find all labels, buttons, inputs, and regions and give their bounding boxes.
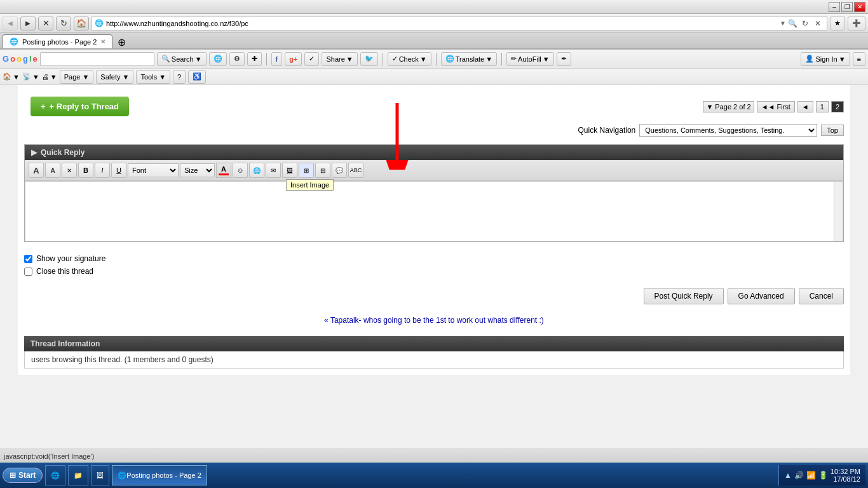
page-dropdown[interactable]: ▼ Page 2 of 2 — [703, 101, 754, 112]
toolbar-icon-3[interactable]: ✚ — [247, 52, 262, 66]
pagination-area: ▼ Page 2 of 2 ◄◄ First ◄ 1 2 — [703, 101, 844, 112]
spell-check-button[interactable]: ABC — [348, 163, 363, 178]
accessibility-button[interactable]: ♿ — [188, 70, 206, 84]
top-row: + + Reply to Thread ▼ Page 2 of 2 ◄◄ Fir… — [18, 92, 850, 121]
toolbar-last-btn[interactable]: ≡ — [853, 52, 865, 66]
page-2-button[interactable]: 2 — [831, 101, 844, 112]
italic-button[interactable]: I — [95, 163, 110, 178]
color-bar — [219, 173, 229, 175]
photo-taskbar-button[interactable]: 🖼 — [91, 465, 109, 485]
toolbar-divider-3 — [436, 53, 437, 65]
table-button[interactable]: ⊟ — [315, 163, 330, 178]
first-page-button[interactable]: ◄◄ First — [757, 101, 795, 112]
thread-info-body: users browsing this thread. (1 members a… — [24, 351, 844, 369]
tab-close-button[interactable]: ✕ — [100, 38, 105, 45]
page-content: + + Reply to Thread ▼ Page 2 of 2 ◄◄ Fir… — [0, 85, 868, 449]
forward-button[interactable]: ► — [20, 17, 36, 30]
menu-toolbar: 🏠 ▼ 📡 ▼ 🖨 ▼ Page ▼ Safety ▼ Tools ▼ ? ♿ — [0, 69, 868, 85]
top-button[interactable]: Top — [821, 125, 844, 136]
bold-button[interactable]: B — [78, 163, 93, 178]
tab-favicon: 🌐 — [10, 37, 18, 46]
quick-nav-select[interactable]: Questions, Comments, Suggestions, Testin… — [639, 124, 817, 137]
address-input[interactable] — [106, 20, 780, 27]
editor-toolbar: A A ✕ B I U Font Size A ☺ — [25, 160, 843, 181]
quote-button[interactable]: 💬 — [332, 163, 347, 178]
show-signature-label: Show your signature — [36, 254, 105, 263]
tray-icon-1: ▲ — [784, 471, 792, 480]
toolbar-icon-4[interactable]: 🐦 — [360, 52, 378, 66]
folder-taskbar-button[interactable]: 📁 — [68, 465, 88, 485]
translate-button[interactable]: 🌐 Translate ▼ — [441, 52, 497, 66]
address-bar[interactable]: 🌐 ▼ 🔍 ↻ ✕ — [92, 17, 827, 30]
home-button[interactable]: 🏠 — [74, 17, 89, 30]
font-size-increase-button[interactable]: A — [29, 163, 44, 178]
page-menu[interactable]: Page ▼ — [60, 70, 94, 84]
font-select[interactable]: Font — [128, 163, 179, 177]
post-quick-reply-button[interactable]: Post Quick Reply — [644, 288, 724, 304]
underline-button[interactable]: U — [111, 163, 126, 178]
reply-to-thread-button[interactable]: + + Reply to Thread — [31, 97, 129, 116]
font-color-button[interactable]: A — [216, 163, 231, 178]
page-1-button[interactable]: 1 — [816, 101, 829, 112]
unknown-btn-1[interactable]: 🌐 — [209, 52, 227, 66]
link-button[interactable]: 🌐 — [249, 163, 264, 178]
autofill-button[interactable]: ✏ AutoFill ▼ — [506, 52, 554, 66]
close-thread-checkbox[interactable] — [24, 268, 32, 276]
insert-image-wrapper: ⊞ Insert Image — [299, 163, 314, 178]
image-button[interactable]: 🖼 — [282, 163, 297, 178]
new-tab-button[interactable]: ⊕ — [115, 36, 128, 48]
rss-icon[interactable]: 📡 ▼ — [22, 72, 39, 81]
font-size-decrease-button[interactable]: A — [45, 163, 60, 178]
editor-scrollbar[interactable] — [834, 182, 843, 241]
social-button-2[interactable]: g+ — [285, 52, 302, 66]
autofill-icon[interactable]: ✒ — [557, 52, 571, 66]
stop-button[interactable]: ✕ — [38, 17, 53, 30]
google-section: G o o g l e — [3, 54, 37, 64]
facebook-button[interactable]: f — [271, 52, 283, 66]
active-tab[interactable]: 🌐 Posting photos - Page 2 ✕ — [3, 34, 112, 48]
tools-menu[interactable]: Tools ▼ — [136, 70, 170, 84]
size-select[interactable]: Size — [180, 163, 215, 177]
prev-page-button[interactable]: ◄ — [797, 101, 813, 112]
go-advanced-button[interactable]: Go Advanced — [728, 288, 795, 304]
restore-button[interactable]: ❐ — [841, 2, 853, 12]
favorites-button[interactable]: ★ — [830, 17, 845, 30]
stop-icon[interactable]: ✕ — [811, 17, 824, 30]
refresh-button[interactable]: ↻ — [56, 17, 71, 30]
minimize-button[interactable]: – — [829, 2, 840, 12]
quick-nav-area: Quick Navigation Questions, Comments, Su… — [18, 121, 850, 139]
social-button-3[interactable]: ✓ — [304, 52, 319, 66]
toolbar-icon-2[interactable]: ⚙ — [229, 52, 245, 66]
google-search-input[interactable] — [40, 52, 154, 66]
home-icon-group[interactable]: 🏠 ▼ — [3, 72, 20, 81]
close-button[interactable]: ✕ — [854, 2, 865, 12]
help-button[interactable]: ? — [173, 70, 186, 84]
share-button[interactable]: Share ▼ — [322, 52, 357, 66]
email-button[interactable]: ✉ — [266, 163, 281, 178]
back-button[interactable]: ◄ — [3, 17, 18, 30]
check-button[interactable]: ✓ Check ▼ — [388, 52, 431, 66]
cancel-button[interactable]: Cancel — [799, 288, 844, 304]
search-icon: 🔍 — [161, 55, 170, 63]
prev-post-link[interactable]: « Tapatalk- whos going to be the 1st to … — [324, 316, 544, 325]
smiley-button[interactable]: ☺ — [233, 163, 248, 178]
remove-formatting-button[interactable]: ✕ — [62, 163, 77, 178]
add-favorites-button[interactable]: ➕ — [848, 17, 865, 30]
taskbar: ⊞ Start 🌐 📁 🖼 🌐 Posting photos - Page 2 … — [0, 463, 868, 488]
safety-menu[interactable]: Safety ▼ — [96, 70, 133, 84]
insert-image-button[interactable]: ⊞ — [299, 163, 314, 178]
start-button[interactable]: ⊞ Start — [3, 468, 43, 483]
signin-button[interactable]: 👤 Sign In ▼ — [801, 52, 850, 66]
print-icon[interactable]: 🖨 ▼ — [42, 73, 57, 81]
search-button[interactable]: 🔍 Search ▼ — [157, 52, 207, 66]
toolbar-divider-1 — [266, 53, 267, 65]
refresh-icon[interactable]: ↻ — [799, 17, 811, 30]
show-signature-checkbox[interactable] — [24, 255, 32, 263]
ie-taskbar-button[interactable]: 🌐 — [45, 465, 65, 485]
tab-label: Posting photos - Page 2 — [22, 38, 97, 46]
folder-icon: 📁 — [74, 471, 83, 480]
main-toolbar: G o o g l e 🔍 Search ▼ 🌐 ⚙ ✚ f g+ ✓ Shar… — [0, 50, 868, 69]
active-taskbar-tab[interactable]: 🌐 Posting photos - Page 2 — [112, 465, 207, 485]
reply-textarea[interactable] — [25, 182, 843, 239]
navigation-bar: ◄ ► ✕ ↻ 🏠 🌐 ▼ 🔍 ↻ ✕ ★ ➕ — [0, 14, 868, 33]
